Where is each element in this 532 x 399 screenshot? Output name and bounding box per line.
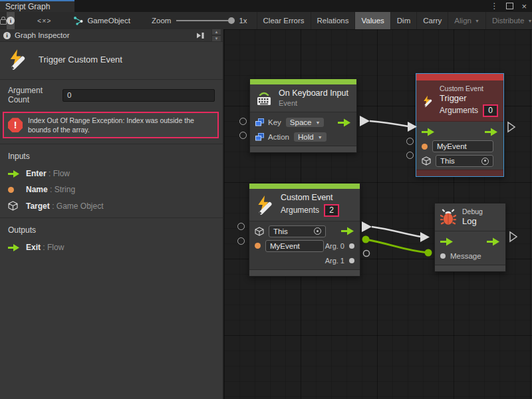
customevent-name-port[interactable] [237, 237, 245, 245]
node-title: Trigger [440, 93, 498, 104]
trigger-name-port[interactable] [406, 138, 414, 145]
window-close-icon[interactable]: × [521, 2, 527, 11]
dim-button[interactable]: Dim [390, 12, 416, 29]
node-on-keyboard-input[interactable]: On Keyboard Input Event Key Space▼ [249, 78, 357, 153]
graph-inspector-header: i Graph Inspector ▲ ▼ [0, 29, 223, 42]
input-row-target: Target : Game Object [0, 198, 223, 217]
arg1-outer-port[interactable] [364, 251, 370, 257]
zoom-slider[interactable] [176, 20, 233, 21]
gameobject-icon [74, 17, 83, 25]
node-trigger-custom-event[interactable]: Custom Event Trigger Arguments 0 [416, 73, 504, 177]
node-custom-event[interactable]: Custom Event Arguments 2 This [249, 183, 360, 277]
wire-keyboard-to-trigger [360, 116, 417, 132]
node-category: Debug [462, 207, 483, 216]
trigger-target-port[interactable] [406, 152, 414, 159]
flow-arrow-icon [8, 170, 20, 178]
error-icon: ! [8, 118, 23, 132]
node-subtitle: Event [279, 99, 348, 108]
panel-spinner: ▲ ▼ [211, 29, 221, 42]
dock-panel-icon[interactable] [196, 32, 205, 39]
object-picker-icon[interactable] [481, 158, 489, 165]
inspect-button[interactable]: i [7, 12, 15, 29]
carry-button[interactable]: Carry [416, 12, 448, 29]
bug-icon [440, 209, 456, 226]
node-footer [416, 170, 503, 176]
flow-output-port[interactable] [487, 237, 500, 246]
customevent-target-port[interactable] [237, 223, 245, 230]
gameobject-context[interactable]: GameObject [74, 17, 130, 25]
distribute-button[interactable]: Distribute▼ [485, 12, 532, 29]
graph-canvas[interactable]: On Keyboard Input Event Key Space▼ [224, 29, 532, 399]
arguments-label: Arguments [281, 205, 319, 215]
flow-output-port[interactable] [338, 118, 351, 127]
align-button[interactable]: Align▼ [448, 12, 485, 29]
lock-icon [0, 19, 7, 25]
window-maximize-icon[interactable] [506, 3, 513, 9]
arg1-label: Arg. 1 [325, 257, 344, 265]
message-input-port[interactable] [440, 253, 446, 259]
keyboard-action-port[interactable] [239, 132, 247, 139]
clear-errors-button[interactable]: Clear Errors [257, 12, 311, 29]
arg1-output-port[interactable] [349, 258, 354, 263]
unit-title: Trigger Custom Event [39, 55, 122, 65]
zoom-label: Zoom [152, 17, 171, 25]
object-picker-icon[interactable] [314, 227, 321, 235]
node-error-bar [416, 74, 503, 80]
keyboard-key-port[interactable] [239, 118, 247, 125]
argument-count-label: Argument Count [8, 86, 63, 104]
arguments-label: Arguments [440, 106, 478, 116]
csharp-preview-button[interactable]: <×> [37, 17, 51, 25]
unit-title-block: Trigger Custom Event [0, 42, 223, 80]
arg0-label: Arg. 0 [325, 242, 344, 250]
flow-output-port[interactable] [341, 227, 354, 235]
inputs-header: Inputs [0, 144, 223, 166]
trigger-exit-port[interactable] [508, 122, 515, 132]
cube-icon [255, 227, 264, 236]
node-accent-bar [250, 79, 356, 84]
lock-button[interactable] [0, 12, 7, 29]
arguments-value-error[interactable]: 2 [324, 204, 339, 217]
argument-count-input[interactable] [63, 89, 215, 102]
zoom-slider-handle[interactable] [228, 17, 235, 24]
node-row-target: This [416, 154, 503, 168]
string-port-icon [255, 243, 261, 249]
zoom-control: Zoom 1x [152, 17, 247, 25]
log-exit-port[interactable] [510, 232, 517, 241]
target-field[interactable]: This [269, 225, 326, 237]
argument-count-row: Argument Count [0, 80, 223, 106]
target-field[interactable]: This [436, 155, 493, 167]
node-title: Log [462, 216, 483, 227]
row-label: Key [268, 118, 281, 126]
values-button[interactable]: Values [354, 12, 390, 29]
output-row-exit: Exit : Flow [0, 239, 223, 259]
input-row-name: Name : String [0, 182, 223, 198]
custom-event-icon [255, 195, 275, 215]
input-row-enter: Enter : Flow [0, 166, 223, 182]
event-name-field[interactable]: MyEvent [265, 240, 324, 252]
relations-button[interactable]: Relations [311, 12, 355, 29]
graph-inspector-title: Graph Inspector [15, 31, 69, 39]
outputs-section: Outputs Exit : Flow [0, 217, 223, 259]
tab-title: Script Graph [5, 2, 50, 11]
node-header: Custom Event Trigger Arguments 0 [416, 80, 503, 122]
action-dropdown[interactable]: Hold▼ [294, 132, 327, 142]
chevron-down-icon: ▼ [527, 19, 532, 23]
code-icon: <×> [37, 17, 51, 25]
gameobject-label: GameObject [87, 17, 130, 25]
flow-output-port[interactable] [485, 128, 498, 136]
flow-input-port[interactable] [422, 128, 435, 136]
arg0-output-port[interactable] [349, 243, 354, 249]
wire-customevent-to-log [362, 221, 430, 242]
key-dropdown[interactable]: Space▼ [286, 118, 325, 127]
flow-input-port[interactable] [440, 237, 454, 246]
node-row-action: Action Hold▼ [250, 130, 356, 144]
event-name-field[interactable]: MyEvent [432, 140, 493, 152]
node-row-event-name: MyEvent Arg. 0 [249, 239, 360, 253]
window-menu-icon[interactable]: ⋮ [490, 2, 498, 10]
spinner-down-icon[interactable]: ▼ [211, 35, 221, 42]
node-debug-log[interactable]: Debug Log Message [434, 203, 506, 272]
spinner-up-icon[interactable]: ▲ [211, 29, 221, 35]
tab-script-graph[interactable]: Script Graph [0, 0, 74, 12]
arguments-value-error[interactable]: 0 [483, 104, 498, 117]
node-accent-bar [249, 184, 360, 189]
